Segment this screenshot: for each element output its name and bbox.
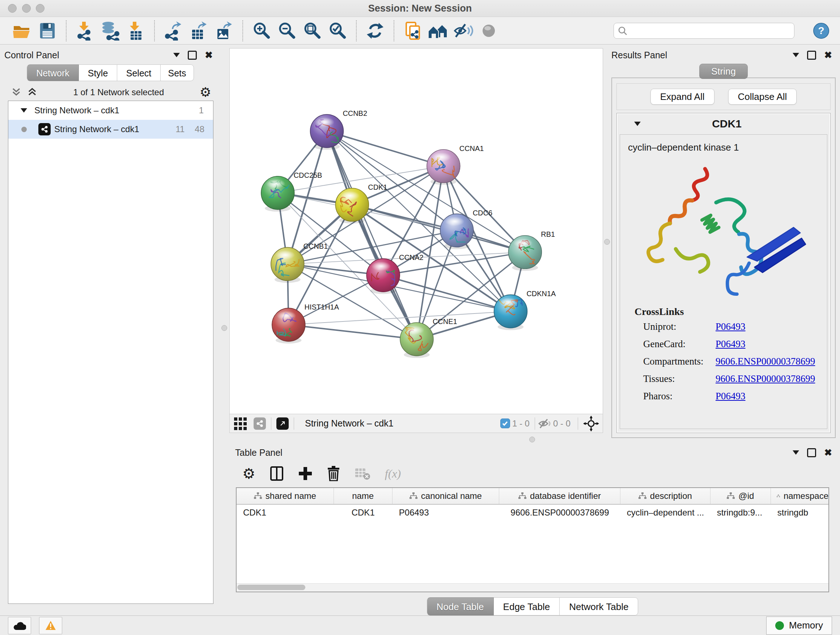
column-header[interactable]: name bbox=[334, 488, 393, 504]
app-store-button[interactable] bbox=[8, 617, 31, 634]
float-panel-icon[interactable] bbox=[807, 448, 816, 457]
expand-all-button[interactable]: Expand All bbox=[651, 89, 714, 105]
column-type-icon bbox=[777, 492, 780, 500]
bottom-splitter-handle[interactable] bbox=[529, 437, 535, 442]
crosslink-row: Uniprot: P06493 bbox=[643, 321, 827, 333]
network-edge[interactable] bbox=[278, 166, 444, 193]
close-panel-icon[interactable]: ✖ bbox=[824, 51, 832, 59]
crosslink-link[interactable]: P06493 bbox=[715, 391, 745, 402]
export-table-button[interactable] bbox=[187, 20, 210, 42]
right-splitter-handle[interactable] bbox=[604, 239, 610, 245]
crosslink-link[interactable]: P06493 bbox=[715, 321, 745, 333]
copy-network-icon bbox=[403, 21, 422, 41]
collapse-all-icon[interactable] bbox=[11, 87, 22, 97]
left-splitter-handle[interactable] bbox=[221, 325, 227, 331]
network-type-icon[interactable] bbox=[254, 417, 266, 430]
import-network-file-button[interactable] bbox=[74, 20, 96, 42]
column-header[interactable]: namespace bbox=[771, 488, 829, 504]
memory-button[interactable]: Memory bbox=[766, 616, 832, 635]
tab-select[interactable]: Select bbox=[117, 65, 161, 81]
column-header[interactable]: description bbox=[621, 488, 711, 504]
network-tree: String Network – cdk1 1 String Network –… bbox=[8, 101, 213, 604]
warnings-button[interactable] bbox=[39, 617, 62, 634]
snapshot-button[interactable] bbox=[401, 20, 424, 42]
panel-menu-icon[interactable] bbox=[793, 53, 799, 57]
tab-network-table[interactable]: Network Table bbox=[560, 597, 638, 616]
tab-edge-table[interactable]: Edge Table bbox=[494, 597, 560, 616]
zoom-selected-button[interactable] bbox=[326, 20, 349, 42]
network-edge[interactable] bbox=[352, 205, 525, 252]
zoom-in-button[interactable] bbox=[250, 20, 273, 42]
crosslink-link[interactable]: 9606.ENSP00000378699 bbox=[715, 356, 815, 367]
float-panel-icon[interactable] bbox=[188, 51, 197, 60]
detach-view-icon[interactable] bbox=[276, 417, 289, 430]
node-gloss bbox=[315, 117, 335, 127]
table-row[interactable]: CDK1 CDK1 P06493 9606.ENSP00000378699 cy… bbox=[237, 505, 829, 521]
zoom-out-icon bbox=[278, 21, 296, 40]
gene-section-toggle[interactable]: CDK1 bbox=[617, 113, 830, 134]
network-node-count: 11 bbox=[175, 124, 185, 134]
open-session-button[interactable] bbox=[11, 20, 33, 42]
close-panel-icon[interactable]: ✖ bbox=[205, 51, 213, 59]
apply-layout-button[interactable] bbox=[427, 20, 449, 42]
crosslink-link[interactable]: 9606.ENSP00000378699 bbox=[715, 373, 815, 385]
fit-selected-crosshair-icon[interactable] bbox=[583, 416, 599, 432]
hide-selected-button[interactable] bbox=[452, 20, 475, 42]
network-status-dot bbox=[21, 127, 27, 132]
network-edge[interactable] bbox=[289, 325, 417, 339]
main-toolbar: ? bbox=[0, 17, 840, 44]
toolbar-separator bbox=[66, 20, 66, 41]
import-network-database-button[interactable] bbox=[99, 20, 122, 42]
collection-expand-icon[interactable] bbox=[21, 108, 27, 112]
help-button[interactable]: ? bbox=[813, 23, 829, 39]
export-network-button[interactable] bbox=[162, 20, 185, 42]
column-header[interactable]: canonical name bbox=[393, 488, 499, 504]
toolbar-separator bbox=[242, 20, 243, 41]
tab-network[interactable]: Network bbox=[27, 65, 79, 81]
gear-icon[interactable]: ⚙ bbox=[200, 87, 211, 98]
collapse-all-button[interactable]: Collapse All bbox=[728, 89, 797, 105]
add-column-icon[interactable] bbox=[298, 466, 313, 481]
network-edge[interactable] bbox=[327, 131, 417, 339]
table-settings-gear-icon[interactable]: ⚙ bbox=[242, 467, 256, 480]
tab-sets[interactable]: Sets bbox=[161, 65, 194, 81]
tab-string[interactable]: String bbox=[699, 64, 748, 79]
birds-eye-view-icon[interactable] bbox=[233, 417, 248, 431]
search-input[interactable] bbox=[614, 23, 794, 39]
tab-style[interactable]: Style bbox=[79, 65, 117, 81]
crosslink-link[interactable]: P06493 bbox=[715, 339, 745, 350]
delete-column-trash-icon[interactable] bbox=[327, 466, 340, 481]
show-columns-icon[interactable] bbox=[270, 466, 284, 481]
column-header[interactable]: database identifier bbox=[499, 488, 621, 504]
zoom-out-button[interactable] bbox=[276, 20, 298, 42]
export-image-button[interactable] bbox=[213, 20, 235, 42]
collapse-gene-icon[interactable] bbox=[634, 122, 641, 126]
column-header[interactable]: shared name bbox=[237, 488, 334, 504]
horizontal-scrollbar[interactable] bbox=[237, 583, 829, 592]
float-panel-icon[interactable] bbox=[807, 51, 816, 60]
column-header[interactable]: @id bbox=[711, 488, 771, 504]
control-panel-tabs: Network Style Select Sets bbox=[4, 65, 216, 81]
gene-card: CDK1 cyclin–dependent kinase 1 bbox=[616, 113, 831, 433]
network-edge[interactable] bbox=[289, 311, 511, 325]
network-collection-row[interactable]: String Network – cdk1 1 bbox=[8, 101, 213, 120]
refresh-view-button[interactable] bbox=[364, 20, 386, 42]
expand-all-icon[interactable] bbox=[27, 87, 38, 97]
network-row[interactable]: String Network – cdk1 11 48 bbox=[8, 120, 213, 139]
panel-menu-icon[interactable] bbox=[793, 450, 799, 455]
panel-menu-icon[interactable] bbox=[173, 53, 180, 57]
search-icon bbox=[618, 26, 627, 35]
scrollbar-thumb[interactable] bbox=[237, 585, 305, 590]
close-panel-icon[interactable]: ✖ bbox=[824, 449, 832, 456]
save-session-button[interactable] bbox=[36, 20, 58, 42]
network-canvas[interactable]: CCNB2CCNA1CDC25BCDK1CDC6RB1CCNB1CCNA2CDK… bbox=[229, 48, 603, 414]
string-results-content: Expand All Collapse All CDK1 cyclin–depe… bbox=[611, 78, 836, 438]
tab-node-table[interactable]: Node Table bbox=[427, 597, 494, 616]
selected-checkbox-icon[interactable] bbox=[500, 418, 510, 428]
crosslink-label: Uniprot: bbox=[643, 321, 715, 333]
import-table-button[interactable] bbox=[125, 20, 147, 42]
memory-status-dot bbox=[775, 621, 784, 630]
zoom-fit-button[interactable] bbox=[301, 20, 324, 42]
show-all-button[interactable] bbox=[477, 20, 500, 42]
results-panel-header: Results Panel ✖ bbox=[611, 47, 836, 63]
